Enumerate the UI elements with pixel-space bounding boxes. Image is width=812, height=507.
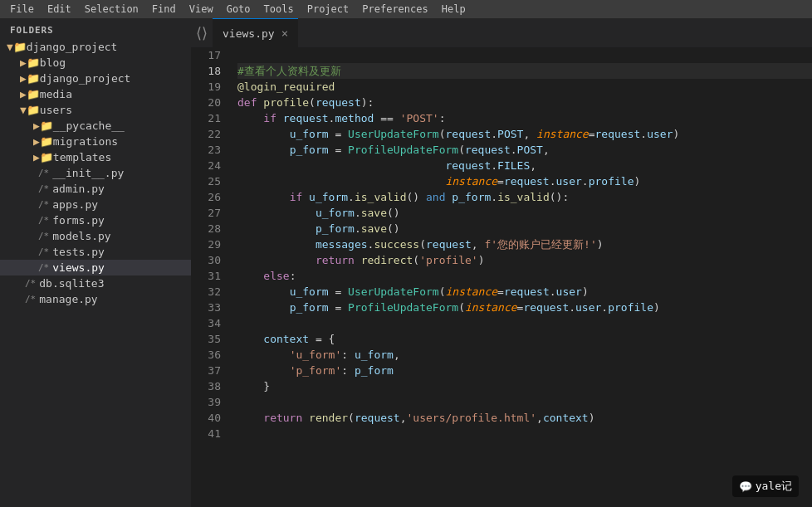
file-comment-icon-forms: /* xyxy=(38,215,49,226)
code-and-26: and xyxy=(426,191,452,203)
tree-init[interactable]: /* __init__.py xyxy=(0,165,191,181)
menu-preferences[interactable]: Preferences xyxy=(355,0,434,18)
code-dot2-25: . xyxy=(582,175,589,188)
tab-nav-button[interactable]: ⟨⟩ xyxy=(191,18,213,47)
line-num-39: 39 xyxy=(201,394,221,410)
tree-manage[interactable]: /* manage.py xyxy=(0,291,191,307)
folder-icon-media: 📁 xyxy=(27,88,40,100)
code-p2-25: ) xyxy=(633,175,640,188)
code-uform-27: u_form xyxy=(316,207,355,219)
menu-file[interactable]: File xyxy=(3,0,41,18)
file-comment-icon-apps: /* xyxy=(38,199,49,210)
code-indent-30 xyxy=(237,254,316,266)
menu-find[interactable]: Find xyxy=(145,0,183,18)
code-dot3-22: . xyxy=(640,128,647,140)
code-kw-else-31: else xyxy=(263,270,289,282)
code-editor[interactable]: 17 18 19 20 21 22 23 24 25 26 27 28 29 3… xyxy=(191,47,812,507)
folder-icon-djp2: 📁 xyxy=(27,72,40,85)
code-indent-37 xyxy=(237,364,290,377)
code-p1-40: ( xyxy=(348,412,355,424)
code-dot-24: . xyxy=(491,159,497,172)
tree-django-project[interactable]: ▼ 📁 django_project xyxy=(0,39,191,55)
line-num-32: 32 xyxy=(201,284,221,300)
code-isvalid-26: is_valid xyxy=(355,191,407,203)
code-eq-21: == xyxy=(374,112,399,124)
code-line-36: 'u_form': u_form, xyxy=(237,347,812,363)
tree-tests[interactable]: /* tests.py xyxy=(0,244,191,260)
file-label-apps: apps.py xyxy=(52,198,98,211)
line-num-28: 28 xyxy=(201,221,221,236)
code-p-27: () xyxy=(387,207,400,219)
folder-icon-pycache: 📁 xyxy=(40,119,53,132)
main-layout: FOLDERS ▼ 📁 django_project ▶ 📁 blog ▶ 📁 … xyxy=(0,18,812,507)
code-cls-uuf: UserUpdateForm xyxy=(348,128,439,140)
line-num-38: 38 xyxy=(201,378,221,394)
file-label-manage: manage.py xyxy=(39,293,97,305)
folder-icon-users: 📁 xyxy=(27,104,40,116)
folder-label-pycache: __pycache__ xyxy=(53,119,125,132)
code-line-29: messages.success(request, f'您的账户已经更新!') xyxy=(237,236,812,252)
code-str-profile-30: 'profile' xyxy=(419,254,477,266)
code-pform-26: p_form xyxy=(452,191,491,203)
line-num-35: 35 xyxy=(201,331,221,347)
folder-label-migrations: migrations xyxy=(53,135,118,148)
code-messages-29: messages xyxy=(316,238,368,251)
tree-migrations[interactable]: ▶ 📁 migrations xyxy=(0,134,191,149)
line-num-19: 19 xyxy=(201,79,221,95)
tree-templates[interactable]: ▶ 📁 templates xyxy=(0,149,191,165)
code-line-40: return render(request,'users/profile.htm… xyxy=(237,410,812,426)
code-indent-26 xyxy=(237,191,290,203)
line-num-27: 27 xyxy=(201,205,221,221)
tree-pycache[interactable]: ▶ 📁 __pycache__ xyxy=(0,118,191,134)
menu-help[interactable]: Help xyxy=(435,0,472,18)
code-func-profile: profile xyxy=(263,96,309,109)
tree-db-sqlite3[interactable]: /* db.sqlite3 xyxy=(0,275,191,291)
line-num-31: 31 xyxy=(201,268,221,284)
tree-admin[interactable]: /* admin.py xyxy=(0,181,191,197)
code-dot2-23: . xyxy=(511,144,517,156)
code-line-27: u_form.save() xyxy=(237,205,812,221)
tree-views[interactable]: /* views.py xyxy=(0,260,191,275)
code-redirect-30: redirect xyxy=(361,254,413,266)
code-user-25: user xyxy=(556,175,582,188)
code-pform-33: p_form xyxy=(290,301,329,314)
code-line-21: if request.method == 'POST': xyxy=(237,110,812,126)
code-line-17 xyxy=(237,47,812,63)
line-num-21: 21 xyxy=(201,110,221,126)
line-num-24: 24 xyxy=(201,158,221,173)
menu-tools[interactable]: Tools xyxy=(257,0,301,18)
code-line-25: instance=request.user.profile) xyxy=(237,173,812,189)
menu-selection[interactable]: Selection xyxy=(78,0,145,18)
code-decorator-19: @login_required xyxy=(237,80,335,93)
code-paren-20: ( xyxy=(309,96,316,109)
tab-close-button[interactable]: × xyxy=(281,27,288,40)
menu-project[interactable]: Project xyxy=(301,0,356,18)
tree-django-project2[interactable]: ▶ 📁 django_project xyxy=(0,71,191,86)
code-dot-28: . xyxy=(355,222,361,235)
menu-view[interactable]: View xyxy=(183,0,220,18)
tree-forms[interactable]: /* forms.py xyxy=(0,212,191,228)
tree-blog[interactable]: ▶ 📁 blog xyxy=(0,55,191,71)
menubar: File Edit Selection Find View Goto Tools… xyxy=(0,0,812,18)
line-num-34: 34 xyxy=(201,315,221,331)
code-p2-29: ) xyxy=(597,238,604,251)
tree-media[interactable]: ▶ 📁 media xyxy=(0,86,191,102)
code-rpost-22: request xyxy=(445,128,491,140)
file-label-forms: forms.py xyxy=(52,214,105,227)
code-p2-32: ) xyxy=(582,285,589,298)
code-assign-32: = xyxy=(329,285,348,298)
code-line-41 xyxy=(237,426,812,441)
code-uform-22: u_form xyxy=(290,128,329,140)
code-dot-32: . xyxy=(550,285,556,298)
tab-views-py[interactable]: views.py × xyxy=(213,18,298,47)
tree-models[interactable]: /* models.py xyxy=(0,228,191,244)
code-ruser-33: request xyxy=(523,301,569,314)
menu-edit[interactable]: Edit xyxy=(41,0,78,18)
tree-apps[interactable]: /* apps.py xyxy=(0,197,191,212)
code-kw-if-21: if xyxy=(263,112,282,124)
line-num-20: 20 xyxy=(201,95,221,110)
tree-users[interactable]: ▼ 📁 users xyxy=(0,102,191,118)
menu-goto[interactable]: Goto xyxy=(220,0,257,18)
code-brace-38: } xyxy=(237,380,270,392)
code-dot-25: . xyxy=(550,175,556,188)
